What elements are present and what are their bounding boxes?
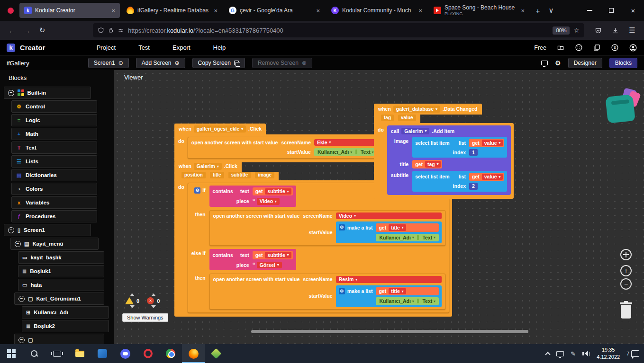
collapse-icon[interactable]: − xyxy=(18,337,25,343)
component-dropdown[interactable]: Galerim xyxy=(194,163,222,170)
screen-name-dropdown[interactable]: Video xyxy=(336,212,442,220)
tab-kodular-community[interactable]: K Kodular Community - Much × xyxy=(327,3,427,18)
collapse-icon[interactable]: − xyxy=(15,241,21,247)
sidebar-item-kayit-menu[interactable]: − ▤ Kayıt_menü xyxy=(10,238,99,250)
block-get-variable[interactable]: getvalue xyxy=(469,173,504,181)
prev-warning-icon[interactable] xyxy=(130,293,135,296)
settings-gear-icon[interactable]: ⚙ xyxy=(555,59,561,67)
pocket-icon[interactable] xyxy=(591,24,605,37)
canvas-horizontal-scrollbar[interactable] xyxy=(251,330,528,333)
component-dropdown[interactable]: Galerim xyxy=(401,128,429,135)
account-icon[interactable] xyxy=(629,44,637,52)
blocks-canvas[interactable]: Viewer when galleri_öğesi_ekle .Click do… xyxy=(114,70,644,344)
firefox-button[interactable] xyxy=(182,344,205,363)
chrome-button[interactable] xyxy=(159,344,182,363)
error-icon[interactable]: × xyxy=(147,297,154,304)
block-call-add-item[interactable]: call Galerim .Add Item image select list… xyxy=(387,125,511,195)
reload-icon[interactable]: ↻ xyxy=(35,24,49,37)
sidebar-item-screen1[interactable]: − ▯ Screen1 xyxy=(4,224,91,236)
block-get-variable[interactable]: getsubtitle xyxy=(253,251,293,259)
sidebar-item-hata[interactable]: ▭ hata xyxy=(18,279,104,291)
block-if-else[interactable]: ⚙if contains text getsubtitle piece “Vid… xyxy=(188,183,449,313)
component-dropdown[interactable]: galeri_database xyxy=(393,106,440,113)
device-preview-icon[interactable] xyxy=(541,61,548,65)
download-icon[interactable] xyxy=(608,24,622,37)
kodular-logo-icon[interactable]: k xyxy=(7,44,15,52)
mutator-gear-icon[interactable]: ⚙ xyxy=(339,288,345,294)
copy-screen-button[interactable]: Copy Screen xyxy=(192,58,245,68)
back-icon[interactable]: ← xyxy=(5,24,19,37)
variable-dropdown[interactable]: tag xyxy=(425,161,441,168)
sidebar-item-variables[interactable]: x Variables xyxy=(11,196,97,209)
opera-button[interactable] xyxy=(136,344,159,363)
green-app-button[interactable] xyxy=(205,344,227,363)
variable-dropdown[interactable]: title xyxy=(389,288,406,295)
sidebar-item-clipped[interactable]: − ▢ xyxy=(14,334,104,344)
block-get-variable[interactable]: gettag xyxy=(412,160,442,168)
url-bar[interactable]: https://creator.kodular.io/?locale=en#53… xyxy=(93,23,584,37)
pen-icon[interactable]: ✎ xyxy=(571,350,576,357)
tab-close-icon[interactable]: × xyxy=(109,7,117,15)
screen-name-dropdown[interactable]: Ekle xyxy=(314,139,377,146)
sidebar-item-kullanici-adi[interactable]: ⊞ Kullanıcı_Adı xyxy=(22,306,109,319)
close-button[interactable]: × xyxy=(622,0,644,21)
block-contains-text[interactable]: contains text getsubtitle piece “Video xyxy=(209,186,296,207)
block-component-property[interactable]: Kullanıcı_AdıText xyxy=(376,234,438,242)
block-select-list-item[interactable]: select list item list getvalue index 2 xyxy=(412,171,507,192)
center-blocks-button[interactable] xyxy=(620,249,632,260)
add-screen-button[interactable]: Add Screen⊕ xyxy=(136,58,185,68)
blocks-tab-button[interactable]: Blocks xyxy=(609,58,637,68)
volume-icon[interactable]: ) xyxy=(582,351,590,356)
block-number[interactable]: 1 xyxy=(469,149,478,156)
show-warnings-button[interactable]: Show Warnings xyxy=(122,313,168,322)
remove-screen-button[interactable]: Remove Screen⊗ xyxy=(252,58,312,68)
new-tab-button[interactable]: + xyxy=(531,4,544,17)
tab-close-icon[interactable]: × xyxy=(417,7,424,15)
variable-dropdown[interactable]: subtitle xyxy=(265,188,291,195)
block-contains-text[interactable]: contains text getsubtitle piece “Görsel xyxy=(209,249,296,270)
file-explorer-button[interactable] xyxy=(68,344,91,363)
tab-ifgallery-database[interactable]: ifGallery - Realtime Database × xyxy=(122,3,222,18)
screen-name-dropdown[interactable]: Resim xyxy=(336,276,442,283)
block-when-database-changed[interactable]: when galeri_database .Data Changed tag v… xyxy=(374,104,514,199)
bookmark-star-icon[interactable]: ☆ xyxy=(573,27,580,34)
warning-icon[interactable] xyxy=(125,297,134,304)
mutator-gear-icon[interactable]: ⚙ xyxy=(194,187,200,194)
menu-test[interactable]: Test xyxy=(138,44,150,51)
url-text[interactable]: https://creator.kodular.io/?locale=en#53… xyxy=(128,27,549,34)
collapse-icon[interactable]: − xyxy=(18,296,25,302)
designer-tab-button[interactable]: Designer xyxy=(568,58,602,68)
sidebar-item-logic[interactable]: = Logic xyxy=(11,114,97,126)
block-open-screen[interactable]: open another screen with start value scr… xyxy=(209,210,445,246)
lock-icon[interactable] xyxy=(108,27,114,34)
menu-icon[interactable]: ☰ xyxy=(625,24,639,37)
menu-export[interactable]: Export xyxy=(172,44,190,51)
menu-project[interactable]: Project xyxy=(97,44,116,51)
zoom-level-badge[interactable]: 80% xyxy=(553,27,570,35)
block-get-variable[interactable]: getsubtitle xyxy=(253,187,293,196)
block-get-variable[interactable]: gettitle xyxy=(376,287,438,296)
collapse-icon[interactable]: − xyxy=(8,227,14,233)
start-button[interactable] xyxy=(0,344,23,363)
tab-close-icon[interactable]: × xyxy=(212,7,219,15)
menu-help[interactable]: Help xyxy=(213,44,226,51)
variable-dropdown[interactable]: value xyxy=(482,174,503,180)
zoom-in-button[interactable]: + xyxy=(620,265,632,276)
shield-icon[interactable] xyxy=(98,27,104,34)
discord-button[interactable] xyxy=(114,344,136,363)
text-value-dropdown[interactable]: Video xyxy=(257,198,280,205)
next-warning-icon[interactable] xyxy=(130,305,135,308)
blue-app-button[interactable] xyxy=(91,344,114,363)
task-view-button[interactable] xyxy=(45,344,68,363)
current-screen-button[interactable]: Screen1⊙ xyxy=(88,58,129,68)
sidebar-item-colors[interactable]: ◑ Colors xyxy=(11,183,97,195)
sidebar-item-built-in[interactable]: − Built-in xyxy=(4,87,91,99)
trash-can-icon[interactable] xyxy=(619,301,633,320)
list-tabs-icon[interactable]: ∨ xyxy=(544,4,558,17)
variable-dropdown[interactable]: value xyxy=(482,140,503,146)
sidebar-item-bosluk1[interactable]: ≣ Boşluk1 xyxy=(18,265,104,277)
block-open-screen[interactable]: open another screen with start value scr… xyxy=(188,137,381,159)
variable-dropdown[interactable]: title xyxy=(389,224,406,231)
sidebar-item-kayit-baslik[interactable]: ▭ kayıt_başlık xyxy=(18,251,104,264)
sidebar-item-text[interactable]: T Text xyxy=(11,142,97,154)
